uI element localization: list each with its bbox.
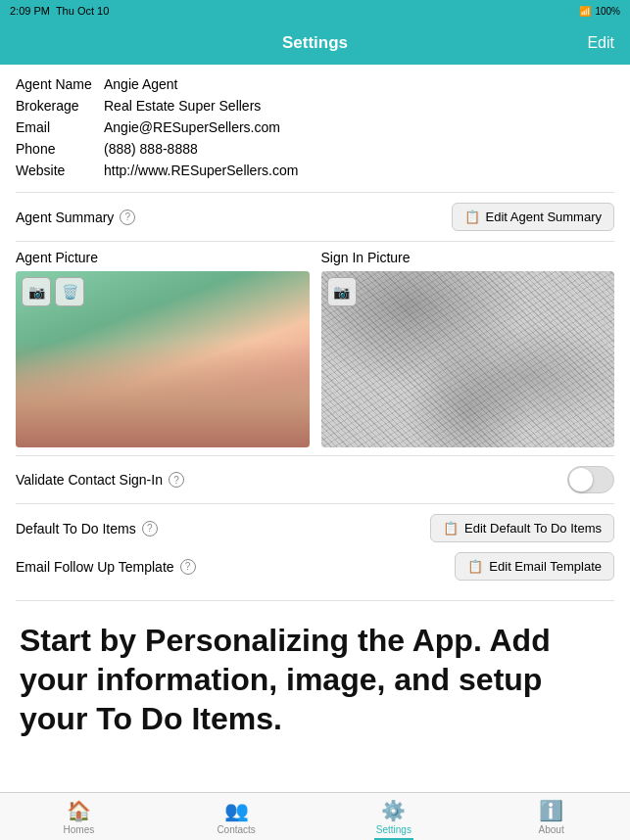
agent-delete-button[interactable]: 🗑️ — [55, 277, 84, 306]
battery-icon: 100% — [595, 6, 620, 17]
phone-label: Phone — [16, 141, 104, 157]
signin-picture-container: 📷 — [321, 271, 615, 447]
validate-section: Validate Contact Sign-In ? — [0, 456, 630, 503]
agent-camera-button[interactable]: 📷 — [22, 277, 51, 306]
nav-title: Settings — [282, 33, 348, 53]
pictures-section: Agent Picture 📷 🗑️ Sign In Picture 📷 — [0, 242, 630, 455]
doc-icon-3: 📋 — [467, 559, 483, 574]
doc-icon: 📋 — [464, 210, 480, 224]
validate-toggle[interactable] — [567, 466, 614, 493]
signin-photo — [321, 271, 615, 447]
email-followup-label: Email Follow Up Template ? — [16, 559, 196, 575]
about-label: About — [539, 824, 564, 835]
email-value: Angie@RESuperSellers.com — [104, 119, 280, 135]
actions-section: Default To Do Items ? 📋 Edit Default To … — [0, 504, 630, 600]
brokerage-row: Brokerage Real Estate Super Sellers — [16, 98, 614, 114]
nav-edit-button[interactable]: Edit — [587, 34, 614, 52]
tab-contacts[interactable]: 👥 Contacts — [158, 793, 315, 840]
email-followup-row: Email Follow Up Template ? 📋 Edit Email … — [16, 552, 614, 581]
settings-icon: ⚙️ — [381, 799, 406, 822]
homes-label: Homes — [64, 824, 95, 835]
agent-summary-row: Agent Summary ? 📋 Edit Agent Summary — [0, 193, 630, 241]
signin-picture-controls: 📷 — [327, 277, 357, 306]
edit-agent-summary-button[interactable]: 📋 Edit Agent Summary — [452, 203, 615, 231]
tab-about[interactable]: ℹ️ About — [472, 793, 630, 840]
nav-bar: Settings Edit — [0, 22, 630, 65]
default-todo-label: Default To Do Items ? — [16, 521, 158, 537]
agent-summary-help-icon[interactable]: ? — [120, 210, 135, 225]
brokerage-value: Real Estate Super Sellers — [104, 98, 261, 114]
email-row: Email Angie@RESuperSellers.com — [16, 119, 614, 135]
email-followup-help-icon[interactable]: ? — [180, 559, 196, 575]
contacts-icon: 👥 — [224, 799, 249, 822]
tab-settings[interactable]: ⚙️ Settings — [315, 793, 473, 840]
agent-picture-col: Agent Picture 📷 🗑️ — [16, 250, 310, 447]
website-label: Website — [16, 163, 104, 178]
website-value: http://www.RESuperSellers.com — [104, 163, 298, 178]
edit-default-todo-button[interactable]: 📋 Edit Default To Do Items — [430, 514, 614, 542]
tab-bar: 🏠 Homes 👥 Contacts ⚙️ Settings ℹ️ About — [0, 792, 630, 840]
agent-info-section: Agent Name Angie Agent Brokerage Real Es… — [0, 65, 630, 192]
tab-homes[interactable]: 🏠 Homes — [0, 793, 158, 840]
agent-name-row: Agent Name Angie Agent — [16, 76, 614, 92]
signin-picture-col: Sign In Picture 📷 — [321, 250, 615, 447]
doc-icon-2: 📋 — [443, 521, 459, 536]
about-icon: ℹ️ — [539, 799, 563, 822]
homes-icon: 🏠 — [67, 799, 91, 822]
onboarding-section: Start by Personalizing the App. Add your… — [0, 601, 630, 754]
validate-help-icon[interactable]: ? — [169, 472, 184, 488]
default-todo-help-icon[interactable]: ? — [142, 521, 158, 537]
agent-name-value: Angie Agent — [104, 76, 178, 92]
status-icons: 📶 100% — [579, 6, 620, 17]
status-bar: 2:09 PM Thu Oct 10 📶 100% — [0, 0, 630, 22]
agent-picture-label: Agent Picture — [16, 250, 310, 265]
main-content: Agent Name Angie Agent Brokerage Real Es… — [0, 65, 630, 792]
onboarding-text: Start by Personalizing the App. Add your… — [20, 621, 610, 738]
email-label: Email — [16, 119, 104, 135]
agent-name-label: Agent Name — [16, 76, 104, 92]
wifi-icon: 📶 — [579, 6, 591, 17]
edit-email-template-button[interactable]: 📋 Edit Email Template — [455, 552, 614, 581]
default-todo-row: Default To Do Items ? 📋 Edit Default To … — [16, 514, 614, 542]
signin-camera-button[interactable]: 📷 — [327, 277, 357, 306]
website-row: Website http://www.RESuperSellers.com — [16, 163, 614, 178]
contacts-label: Contacts — [217, 824, 255, 835]
brokerage-label: Brokerage — [16, 98, 104, 114]
phone-value: (888) 888-8888 — [104, 141, 198, 157]
agent-summary-label: Agent Summary ? — [16, 210, 135, 225]
agent-picture-controls: 📷 🗑️ — [22, 277, 84, 306]
phone-row: Phone (888) 888-8888 — [16, 141, 614, 157]
agent-picture-container: 📷 🗑️ — [16, 271, 310, 447]
settings-label: Settings — [376, 824, 412, 835]
validate-label: Validate Contact Sign-In ? — [16, 472, 184, 488]
status-time: 2:09 PM Thu Oct 10 — [10, 5, 109, 17]
signin-picture-label: Sign In Picture — [321, 250, 615, 265]
toggle-thumb — [569, 468, 593, 491]
